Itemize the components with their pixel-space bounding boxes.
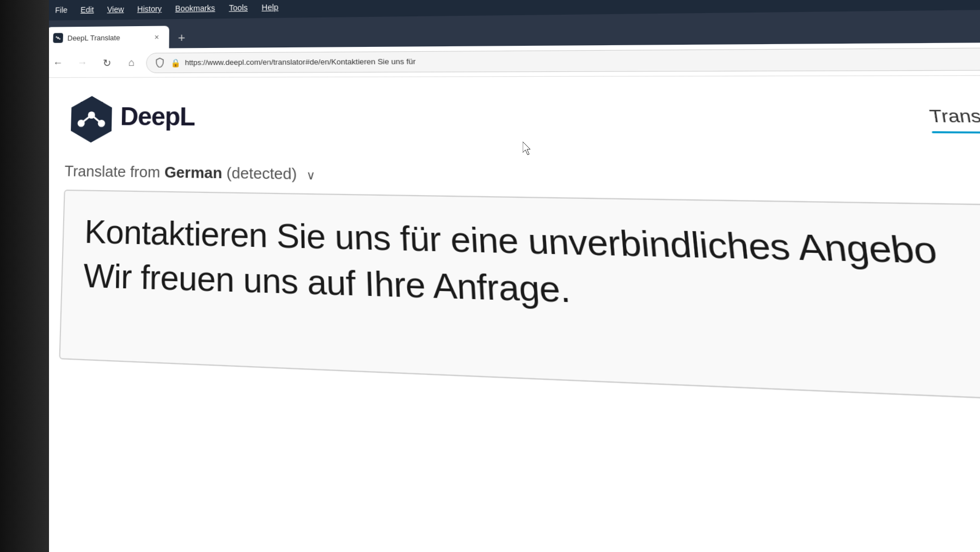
forward-icon: → bbox=[77, 57, 87, 69]
refresh-button[interactable]: ↻ bbox=[96, 53, 117, 73]
lock-icon: 🔒 bbox=[170, 58, 180, 67]
deepl-header: DeepL Translator Linguee bbox=[38, 75, 980, 161]
browser-window: File Edit View History Bookmarks Tools H… bbox=[22, 0, 980, 552]
new-tab-button[interactable]: + bbox=[171, 28, 192, 48]
shield-icon bbox=[155, 57, 166, 69]
language-dropdown-chevron[interactable]: ∨ bbox=[306, 168, 315, 183]
menu-edit[interactable]: Edit bbox=[75, 3, 100, 16]
tab-favicon bbox=[53, 33, 63, 43]
forward-button[interactable]: → bbox=[72, 53, 93, 73]
source-language: German bbox=[164, 163, 222, 182]
deepl-brand-name: DeepL bbox=[120, 102, 195, 131]
tab-translator[interactable]: Translator bbox=[928, 106, 980, 134]
menu-tools[interactable]: Tools bbox=[223, 1, 254, 15]
tab-close-button[interactable]: × bbox=[151, 32, 162, 43]
page-content: DeepL Translator Linguee Translate from … bbox=[22, 75, 980, 552]
browser-tab-deepl[interactable]: DeepL Translate × bbox=[46, 26, 169, 49]
screen-wrapper: File Edit View History Bookmarks Tools H… bbox=[0, 0, 980, 552]
back-icon: ← bbox=[53, 57, 63, 69]
detected-label: (detected) bbox=[222, 164, 297, 183]
menu-view[interactable]: View bbox=[101, 3, 130, 16]
home-icon: ⌂ bbox=[128, 57, 135, 69]
home-button[interactable]: ⌂ bbox=[121, 53, 142, 73]
refresh-icon: ↻ bbox=[102, 57, 111, 69]
menu-help[interactable]: Help bbox=[256, 1, 285, 14]
deepl-hexagon-logo bbox=[65, 94, 112, 139]
deepl-nav-tabs: Translator Linguee bbox=[885, 106, 980, 134]
deepl-logo-container: DeepL bbox=[65, 94, 195, 140]
menu-bookmarks[interactable]: Bookmarks bbox=[169, 1, 220, 15]
back-button[interactable]: ← bbox=[47, 53, 68, 73]
address-text: https://www.deepl.com/en/translator#de/e… bbox=[185, 53, 980, 67]
translation-area: Translate from German (detected) ∨ Konta… bbox=[30, 150, 980, 423]
translate-from-label: Translate from German (detected) ∨ bbox=[64, 162, 980, 196]
menu-history[interactable]: History bbox=[132, 2, 168, 16]
menu-file[interactable]: File bbox=[50, 3, 73, 17]
source-text-input[interactable]: Kontaktieren Sie uns für eine unverbindl… bbox=[59, 190, 980, 407]
tab-label: DeepL Translate bbox=[68, 33, 147, 42]
address-bar[interactable]: 🔒 https://www.deepl.com/en/translator#de… bbox=[146, 46, 980, 72]
translate-from-prefix: Translate from bbox=[64, 162, 164, 181]
